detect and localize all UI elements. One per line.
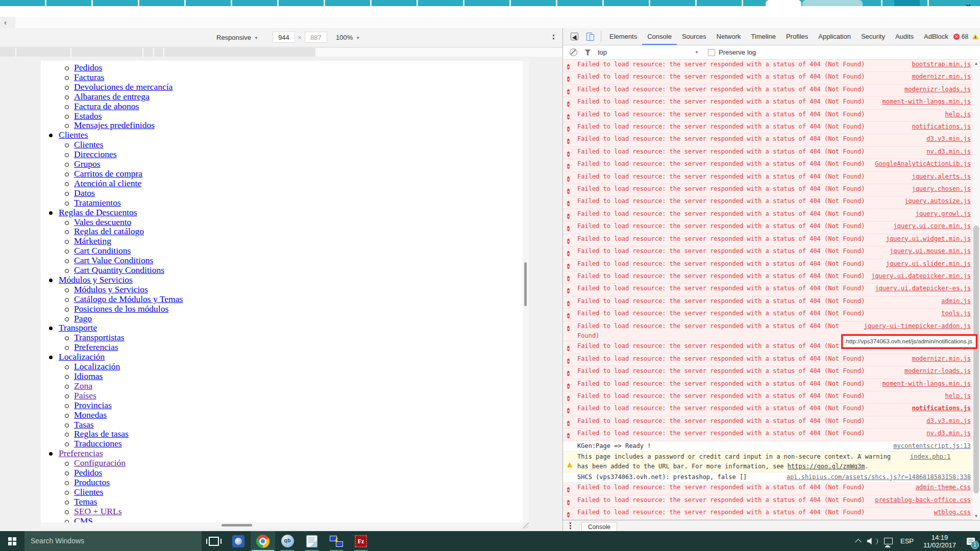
- source-link[interactable]: notifications.js: [912, 122, 971, 132]
- menu-link[interactable]: Mensajes predefinidos: [74, 120, 155, 130]
- source-link[interactable]: modernizr.min.js: [912, 72, 971, 82]
- source-link[interactable]: index.php:1: [910, 452, 950, 462]
- console-scrollbar-thumb[interactable]: [973, 226, 979, 493]
- menu-link[interactable]: Transportistas: [74, 332, 125, 342]
- menu-link[interactable]: Cart Conditions: [74, 245, 131, 256]
- source-link[interactable]: d3.v3.min.js: [926, 134, 971, 144]
- console-scrollbar[interactable]: ▲ ▼: [972, 60, 980, 520]
- viewport-width-input[interactable]: [273, 32, 295, 43]
- devtools-tab-adblock[interactable]: AdBlock: [919, 28, 953, 45]
- menu-link[interactable]: Grupos: [74, 159, 101, 169]
- taskbar-task-view-button[interactable]: [202, 531, 226, 551]
- source-link[interactable]: jquery.ui.datepicker.min.js: [871, 271, 971, 281]
- menu-link[interactable]: Reglas de tasas: [74, 429, 129, 439]
- browser-tab-dark[interactable]: [894, 0, 920, 6]
- source-link[interactable]: modernizr.min.js: [912, 354, 971, 364]
- menu-link[interactable]: Clientes: [59, 130, 88, 140]
- back-arrow-icon[interactable]: ‹: [4, 18, 7, 27]
- preserve-log-checkbox[interactable]: [708, 49, 715, 56]
- menu-link[interactable]: Zona: [74, 381, 92, 391]
- source-link[interactable]: jquery.ui.datepicker-es.js: [875, 284, 971, 293]
- menu-link[interactable]: Factura de abonos: [74, 101, 139, 111]
- devtools-tab-security[interactable]: Security: [856, 28, 890, 45]
- menu-link[interactable]: Clientes: [74, 139, 103, 149]
- source-link[interactable]: nv.d3.min.js: [926, 147, 971, 157]
- volume-icon[interactable]: [865, 531, 880, 551]
- source-link[interactable]: d3.v3.min.js: [926, 416, 971, 426]
- menu-link[interactable]: Datos: [74, 188, 95, 198]
- menu-link[interactable]: Configuración: [74, 458, 126, 468]
- menu-link[interactable]: Transporte: [59, 322, 97, 333]
- menu-link[interactable]: Catálogo de Módulos y Temas: [74, 294, 183, 304]
- filter-icon[interactable]: [584, 49, 591, 56]
- menu-link[interactable]: Facturas: [74, 72, 104, 82]
- source-link[interactable]: help.js: [945, 110, 971, 119]
- clear-console-icon[interactable]: [570, 48, 577, 56]
- source-link[interactable]: mycontentscript.js:13: [893, 441, 971, 451]
- viewport-height-input[interactable]: [305, 32, 327, 43]
- menu-link[interactable]: Tasas: [74, 419, 94, 430]
- scroll-down-icon[interactable]: ▼: [972, 514, 980, 518]
- tray-chevron-up-icon[interactable]: [851, 531, 865, 551]
- source-link[interactable]: jquery.ui.widget.min.js: [886, 234, 971, 244]
- taskbar-filezilla-button[interactable]: [349, 531, 373, 551]
- source-link[interactable]: jquery.ui.core.min.js: [893, 221, 971, 231]
- menu-link[interactable]: Módulos y Servicios: [59, 274, 133, 285]
- menu-link[interactable]: Cart Quantity Conditions: [74, 265, 164, 275]
- source-link[interactable]: jquery.ui.slider.min.js: [886, 259, 971, 269]
- source-link[interactable]: api.shipius.com/assets/shcs.js?r=1486818…: [787, 472, 971, 482]
- menu-link[interactable]: Atención al cliente: [74, 178, 141, 188]
- menu-link[interactable]: Preferencias: [74, 342, 118, 352]
- menu-link[interactable]: Provincias: [74, 400, 112, 410]
- source-link[interactable]: prestablog-back-office.css: [875, 495, 971, 505]
- source-link[interactable]: moment-with-langs.min.js: [883, 379, 971, 389]
- source-link[interactable]: modernizr-loads.js: [904, 366, 971, 376]
- source-link[interactable]: wtblog.css: [934, 508, 971, 517]
- menu-link[interactable]: Márketing: [74, 236, 111, 246]
- start-button[interactable]: [0, 531, 24, 551]
- devtools-tab-audits[interactable]: Audits: [890, 28, 919, 45]
- drawer-tab-console[interactable]: Console: [581, 522, 617, 532]
- source-link[interactable]: admin-theme.css: [916, 483, 971, 492]
- menu-link[interactable]: Localización: [74, 361, 120, 371]
- warning-link[interactable]: https://goo.gl/zmWq3m: [788, 463, 865, 470]
- execution-context-select[interactable]: top: [598, 48, 607, 56]
- devtools-tab-timeline[interactable]: Timeline: [746, 28, 781, 45]
- page-vertical-scrollbar-thumb[interactable]: [524, 262, 527, 306]
- devtools-tab-network[interactable]: Network: [712, 28, 746, 45]
- taskbar-remote-desktop-button[interactable]: [324, 531, 349, 551]
- source-link[interactable]: modernizr-loads.js: [904, 85, 971, 94]
- source-link[interactable]: jquery.growl.js: [916, 209, 971, 219]
- menu-link[interactable]: Localización: [59, 352, 105, 362]
- source-link[interactable]: help.js: [945, 391, 971, 401]
- menu-link[interactable]: Pedidos: [74, 467, 102, 478]
- action-center-icon[interactable]: 1: [962, 531, 980, 551]
- zoom-dropdown[interactable]: 100%▼: [336, 28, 360, 47]
- source-link[interactable]: jquery.alerts.js: [912, 172, 971, 182]
- taskbar-media-app-button[interactable]: [226, 531, 251, 551]
- devtools-tab-console[interactable]: Console: [642, 28, 677, 45]
- menu-link[interactable]: Tratamientos: [74, 197, 121, 208]
- scroll-up-icon[interactable]: ▲: [972, 61, 980, 66]
- page-horizontal-scrollbar[interactable]: [41, 522, 523, 529]
- source-link[interactable]: jquery.autosize.js: [904, 196, 971, 206]
- devtools-tab-profiles[interactable]: Profiles: [781, 28, 813, 45]
- menu-link[interactable]: Reglas de Descuentos: [59, 207, 137, 217]
- menu-link[interactable]: Vales descuento: [74, 217, 131, 227]
- menu-link[interactable]: Productos: [74, 477, 110, 487]
- source-link[interactable]: jquery.ui.mouse.min.js: [890, 246, 971, 256]
- source-link[interactable]: admin.js: [941, 296, 971, 306]
- menu-link[interactable]: Preferencias: [59, 448, 103, 458]
- page-horizontal-scrollbar-thumb[interactable]: [222, 524, 252, 527]
- menu-link[interactable]: Temas: [74, 496, 97, 507]
- source-link[interactable]: GoogleAnalyticActionLib.js: [875, 159, 971, 169]
- menu-link[interactable]: Módulos y Servicios: [74, 284, 148, 294]
- menu-link[interactable]: Carritos de compra: [74, 168, 142, 179]
- source-link[interactable]: jquery.chosen.js: [912, 184, 971, 194]
- source-link[interactable]: moment-with-langs.min.js: [883, 97, 971, 107]
- browser-tab-active[interactable]: [766, 0, 801, 6]
- device-mode-dropdown[interactable]: Responsive▼: [216, 28, 258, 47]
- devtools-tab-elements[interactable]: Elements: [604, 28, 642, 45]
- devtools-tab-application[interactable]: Application: [813, 28, 856, 45]
- language-indicator[interactable]: ESP: [896, 531, 918, 551]
